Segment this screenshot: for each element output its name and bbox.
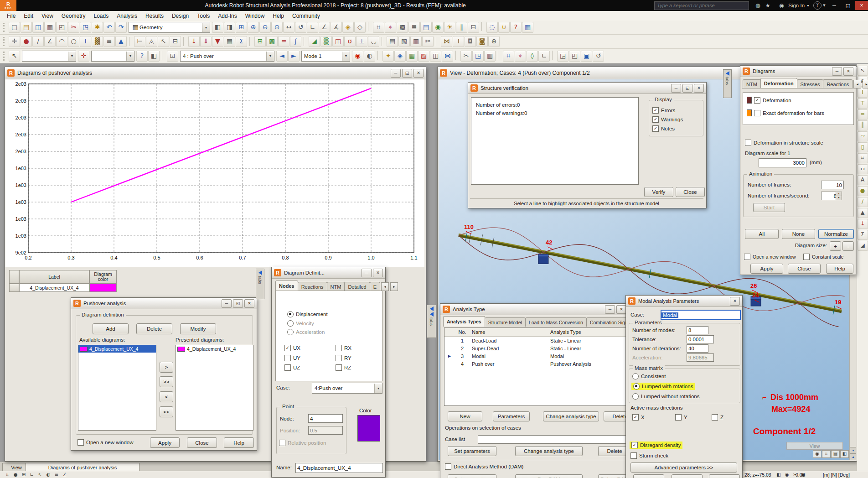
material-icon[interactable]: ▓: [92, 36, 103, 47]
rs-results-icon[interactable]: ◢: [858, 241, 868, 251]
minimize-icon[interactable]: [605, 305, 615, 314]
set-parameters-button[interactable]: Set parameters: [448, 446, 496, 456]
mesh-options-icon[interactable]: ▩: [266, 36, 278, 47]
dam-checkbox[interactable]: Direct Analysis Method (DAM): [445, 463, 523, 470]
release-icon[interactable]: ◬: [146, 36, 157, 47]
relative-position-checkbox[interactable]: Relative position: [279, 440, 326, 446]
ok-button[interactable]: OK: [633, 474, 664, 478]
tab-stresses[interactable]: Stresses: [797, 79, 824, 88]
mesh-generate-icon[interactable]: ⊞: [254, 36, 266, 47]
change-analysis-type2-button[interactable]: Change analysis type: [515, 446, 583, 456]
analysis-cases-table[interactable]: No. Name Analysis Type 1Dead-LoadStatic …: [444, 327, 626, 406]
menu-community[interactable]: Community: [288, 12, 324, 20]
analysis-case-row[interactable]: 2Super-DeadStatic - Linear: [444, 344, 625, 352]
tab-reactions[interactable]: Reactions: [298, 282, 327, 291]
close-button[interactable]: Close: [187, 437, 217, 448]
rs-select-icon[interactable]: ↖: [858, 66, 868, 76]
tab-deformation[interactable]: Deformation: [760, 78, 797, 88]
rs-grid-icon[interactable]: ⌗: [858, 153, 868, 163]
print-preview-icon[interactable]: ◰: [56, 22, 67, 33]
tables-icon[interactable]: ▦: [522, 22, 533, 33]
case-combo[interactable]: 4:Push over: [312, 383, 382, 394]
units-indicator[interactable]: [m] [N] [Deg]: [823, 472, 850, 478]
grid-icon[interactable]: ⌗: [373, 22, 384, 33]
tab-analysis-types[interactable]: Analysis Types: [443, 316, 485, 327]
help-icon[interactable]: ?: [813, 1, 822, 10]
diagrams-titlebar[interactable]: R Diagrams: [740, 66, 856, 77]
case-name-field[interactable]: Modal: [661, 310, 741, 320]
tab-scroll-left-icon[interactable]: [853, 80, 861, 88]
view-3d-icon[interactable]: ◈: [342, 22, 354, 33]
pointer-select-icon[interactable]: ↖: [9, 51, 20, 62]
analysis-case-row[interactable]: ►3ModalModal: [444, 352, 625, 360]
move-right-button[interactable]: >: [160, 362, 173, 373]
diagrams-icon[interactable]: ◫: [332, 36, 344, 47]
snap-icon[interactable]: ⌖: [385, 22, 396, 33]
size-minus-button[interactable]: -: [842, 241, 854, 251]
sign-in-button[interactable]: ◉ Sign In ▼: [776, 1, 810, 10]
structure-scale-checkbox[interactable]: Deformation in structure scale: [745, 140, 823, 146]
undo-icon[interactable]: ↶: [103, 22, 115, 33]
arc-icon[interactable]: ◠: [56, 36, 67, 47]
cut-icon[interactable]: ✂: [68, 22, 79, 33]
mv-grid-icon[interactable]: ⌗: [822, 450, 831, 458]
tab-structure-model[interactable]: Structure Model: [485, 317, 526, 327]
capture-icon[interactable]: ✂: [460, 51, 472, 62]
help-chevron-icon[interactable]: ▼: [822, 1, 827, 10]
tab-load-to-mass[interactable]: Load to Mass Conversion: [525, 317, 587, 327]
dock-arrow-icon[interactable]: [258, 270, 262, 275]
layers-icon[interactable]: ▤: [420, 22, 432, 33]
thickness-icon[interactable]: ≡: [103, 36, 115, 47]
diagram-table-row[interactable]: 4_Displacement_UX_4: [9, 284, 117, 292]
tab-nodes[interactable]: Nodes: [275, 281, 298, 291]
snapshot-icon[interactable]: ✂: [422, 36, 434, 47]
rotate-3d-icon[interactable]: ↺: [295, 22, 306, 33]
help-button[interactable]: Help: [709, 474, 740, 478]
favorites-icon[interactable]: ★: [763, 1, 773, 10]
help-mode-icon[interactable]: ?: [510, 22, 522, 33]
rs-node-icon[interactable]: ●: [858, 186, 868, 196]
view-manager-icon[interactable]: ◨: [224, 22, 235, 33]
apply-button[interactable]: Apply: [150, 437, 180, 448]
analysis-case-row[interactable]: 4Push overPushover Analysis: [444, 360, 625, 368]
template-icon[interactable]: ◳: [472, 51, 484, 62]
advanced-parameters-button[interactable]: Advanced parameters >>: [630, 462, 737, 473]
object-inspector-icon[interactable]: ≣: [408, 22, 420, 33]
load-table-icon[interactable]: ▦: [224, 36, 235, 47]
object-selection-combo[interactable]: [22, 51, 76, 62]
bridge-icon[interactable]: ⋈: [441, 36, 452, 47]
work-plane-icon[interactable]: ◊: [527, 51, 538, 62]
menu-geometry[interactable]: Geometry: [57, 12, 90, 20]
toolbar-grip[interactable]: [3, 52, 6, 61]
sb-angle-icon[interactable]: ∠: [61, 472, 68, 478]
run-dam-button[interactable]: Run DAM: [515, 474, 583, 478]
sb-mode-icon[interactable]: ◐: [45, 472, 52, 478]
sb-camera-icon[interactable]: ◉: [783, 472, 790, 478]
support-box[interactable]: [538, 257, 548, 264]
direction-y-checkbox[interactable]: Y: [675, 414, 687, 421]
close-icon[interactable]: [694, 84, 704, 93]
bar-load-icon[interactable]: ⇓: [200, 36, 212, 47]
scroll-down-icon[interactable]: [850, 447, 856, 454]
dynamic-view-icon[interactable]: ∪: [498, 22, 510, 33]
help-button[interactable]: Help: [826, 264, 853, 274]
velocity-radio[interactable]: Velocity: [287, 320, 314, 327]
modal-titlebar[interactable]: R Modal Analysis Parameters: [626, 296, 742, 307]
menu-addins[interactable]: Add-Ins: [214, 12, 241, 20]
printout-icon[interactable]: ▥: [410, 36, 422, 47]
diagram-list-item[interactable]: 4_Displacement_UX_4: [78, 345, 156, 353]
close-icon[interactable]: [730, 297, 740, 306]
tab-ntm[interactable]: NTM: [327, 282, 345, 291]
bar-icon[interactable]: ∕: [32, 36, 44, 47]
node-filter-icon[interactable]: ✛: [78, 51, 89, 62]
menu-view[interactable]: View: [37, 12, 57, 20]
scale-value-field[interactable]: 3000: [759, 158, 806, 167]
extremes-icon[interactable]: ✦: [382, 51, 394, 62]
warnings-checkbox[interactable]: Warnings: [652, 116, 683, 123]
mode-combo-arrow-icon[interactable]: [342, 52, 350, 61]
support-box[interactable]: [751, 299, 761, 306]
lumped-without-rotations-radio[interactable]: Lumped without rotations: [632, 393, 700, 400]
start-button[interactable]: Start: [753, 203, 785, 212]
table-header-label[interactable]: Label: [19, 270, 89, 284]
results-icon[interactable]: ◢: [309, 36, 320, 47]
